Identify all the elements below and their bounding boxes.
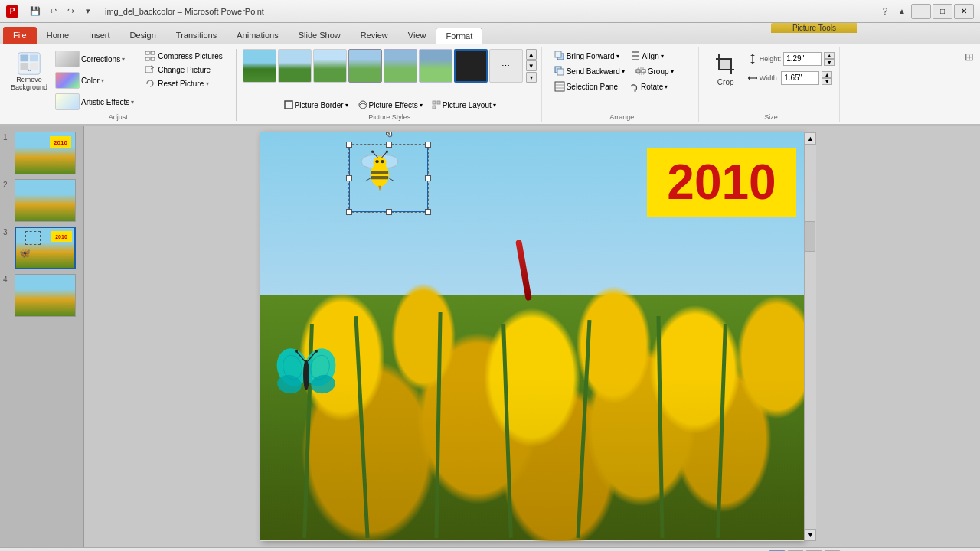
remove-background-button[interactable]: ✂ RemoveBackground (8, 49, 51, 94)
tab-home[interactable]: Home (37, 27, 79, 44)
style-more[interactable]: ⋯ (489, 49, 523, 83)
slide-1-image[interactable]: 2010 (15, 132, 76, 174)
scroll-track[interactable] (805, 145, 816, 529)
scroll-up-button[interactable]: ▲ (526, 49, 537, 60)
crop-button[interactable]: Crop (707, 49, 744, 90)
bee-selected-image[interactable] (348, 144, 429, 213)
handle-top-right[interactable] (425, 142, 431, 148)
handle-bot-right[interactable] (425, 209, 431, 215)
year-text: 2010 (667, 154, 776, 210)
expand-button[interactable]: ⊞ (965, 51, 974, 63)
picture-effects-label: Picture Effects (369, 101, 418, 109)
more-styles-button[interactable]: ▾ (526, 72, 537, 83)
customize-button[interactable]: ▾ (80, 4, 96, 19)
picture-effects-arrow: ▾ (420, 102, 423, 109)
redo-button[interactable]: ↪ (63, 4, 78, 19)
change-picture-button[interactable]: Change Picture (142, 63, 225, 77)
status-bar: Slide 3 of 4 "Office Theme" − (0, 547, 980, 551)
save-button[interactable]: 💾 (28, 4, 43, 19)
group-arrow: ▾ (671, 68, 674, 75)
tab-design[interactable]: Design (120, 27, 166, 44)
scroll-down-arrow[interactable]: ▼ (805, 529, 816, 541)
slide-2-image[interactable] (15, 179, 76, 222)
arrange-row-1: Bring Forward ▾ Align ▾ (550, 49, 694, 63)
handle-bot-mid[interactable] (386, 209, 392, 215)
handle-top-left[interactable] (346, 142, 352, 148)
slide-1-thumb[interactable]: 1 2010 (3, 132, 80, 174)
corrections-button[interactable]: Corrections ▾ (52, 49, 137, 69)
artistic-effects-button[interactable]: Artistic Effects ▾ (52, 92, 137, 112)
style-7-selected[interactable] (454, 49, 488, 83)
tab-review[interactable]: Review (351, 27, 398, 44)
picture-border-button[interactable]: Picture Border ▾ (279, 98, 353, 112)
style-5[interactable] (384, 49, 417, 83)
tab-animations[interactable]: Animations (227, 27, 288, 44)
slide-4-thumb[interactable]: 4 (3, 274, 80, 317)
rotate-button[interactable]: Rotate ▾ (625, 80, 671, 93)
group-button[interactable]: Group ▾ (632, 64, 678, 78)
reset-picture-button[interactable]: Reset Picture ▾ (142, 77, 225, 90)
help-button[interactable]: ? (877, 4, 893, 19)
picture-effects-icon (358, 100, 368, 109)
tab-transitions[interactable]: Transitions (166, 27, 227, 44)
selection-pane-button[interactable]: Selection Pane (550, 80, 622, 93)
butterfly-image[interactable] (276, 346, 337, 399)
style-4[interactable] (348, 49, 382, 83)
tab-file[interactable]: File (3, 27, 37, 44)
style-1[interactable] (243, 49, 276, 83)
height-input[interactable] (783, 52, 822, 66)
height-icon (747, 54, 758, 64)
handle-rotate[interactable] (386, 132, 392, 135)
compress-pictures-button[interactable]: Compress Pictures (142, 49, 225, 63)
divider-1 (236, 49, 237, 121)
height-increment[interactable]: ▲ (824, 52, 835, 59)
width-input[interactable] (781, 71, 819, 85)
picture-layout-button[interactable]: Picture Layout ▾ (428, 98, 500, 112)
handle-bot-left[interactable] (346, 209, 352, 215)
maximize-button[interactable]: □ (933, 4, 952, 19)
slide-4-image[interactable] (15, 274, 76, 317)
canvas-wrapper: 2010 (260, 132, 804, 541)
tab-insert[interactable]: Insert (79, 27, 120, 44)
tab-slideshow[interactable]: Slide Show (289, 27, 351, 44)
ribbon-collapse-button[interactable]: ▲ (894, 4, 910, 19)
rotate-arrow: ▾ (665, 83, 668, 90)
send-backward-label: Send Backward (567, 67, 620, 76)
close-button[interactable]: ✕ (954, 4, 974, 19)
align-icon (630, 51, 641, 61)
slide-2-thumb[interactable]: 2 (3, 179, 80, 222)
slide-3-image[interactable]: 2010 🦋 (15, 227, 76, 269)
width-decrement[interactable]: ▼ (822, 78, 832, 85)
rotate-label: Rotate (641, 83, 663, 91)
handle-mid-right[interactable] (425, 175, 431, 181)
style-3[interactable] (313, 49, 347, 83)
bring-forward-button[interactable]: Bring Forward ▾ (550, 49, 623, 63)
align-button[interactable]: Align ▾ (626, 49, 668, 63)
picture-effects-button[interactable]: Picture Effects ▾ (354, 98, 426, 112)
undo-button[interactable]: ↩ (45, 4, 60, 19)
width-row: Width: ▲ ▼ (747, 71, 835, 85)
artistic-effects-arrow: ▾ (131, 99, 134, 106)
adjust-secondary-buttons: Corrections ▾ Color ▾ Artistic Effects ▾ (52, 49, 137, 112)
style-6[interactable] (419, 49, 452, 83)
handle-top-mid[interactable] (386, 142, 392, 148)
height-spin: ▲ ▼ (824, 52, 835, 66)
slide-3-thumb[interactable]: 3 2010 🦋 (3, 227, 80, 269)
handle-mid-left[interactable] (346, 175, 352, 181)
change-picture-icon (145, 64, 155, 75)
slide-container[interactable]: 2010 (260, 132, 804, 541)
scroll-down-button[interactable]: ▼ (526, 60, 537, 71)
corrections-label: Corrections (81, 55, 120, 64)
style-2[interactable] (278, 49, 312, 83)
scroll-thumb[interactable] (805, 221, 815, 252)
color-button[interactable]: Color ▾ (52, 70, 137, 90)
scroll-up-arrow[interactable]: ▲ (805, 132, 816, 145)
tab-view[interactable]: View (398, 27, 436, 44)
minimize-button[interactable]: − (911, 4, 931, 19)
height-decrement[interactable]: ▼ (824, 59, 835, 66)
arrange-row-2: Send Backward ▾ Group ▾ (550, 64, 694, 78)
tab-format[interactable]: Format (436, 28, 482, 44)
width-increment[interactable]: ▲ (822, 71, 832, 78)
send-backward-button[interactable]: Send Backward ▾ (550, 64, 629, 78)
picture-tools-header: Picture Tools (771, 23, 858, 33)
